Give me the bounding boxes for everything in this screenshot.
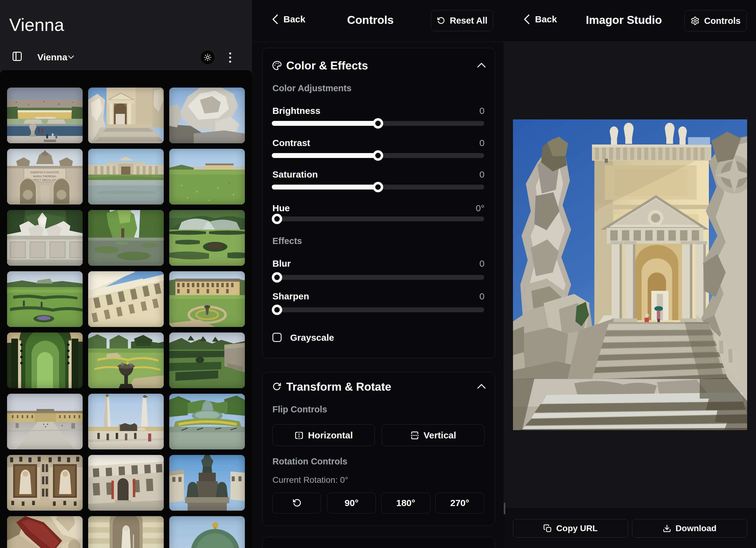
svg-text:ERECT MDCCLXXV: ERECT MDCCLXXV bbox=[32, 178, 58, 182]
svg-text:MARIA THERESIA: MARIA THERESIA bbox=[33, 175, 56, 178]
svg-text:IOSEPHO II AVGVSTO: IOSEPHO II AVGVSTO bbox=[30, 171, 59, 174]
